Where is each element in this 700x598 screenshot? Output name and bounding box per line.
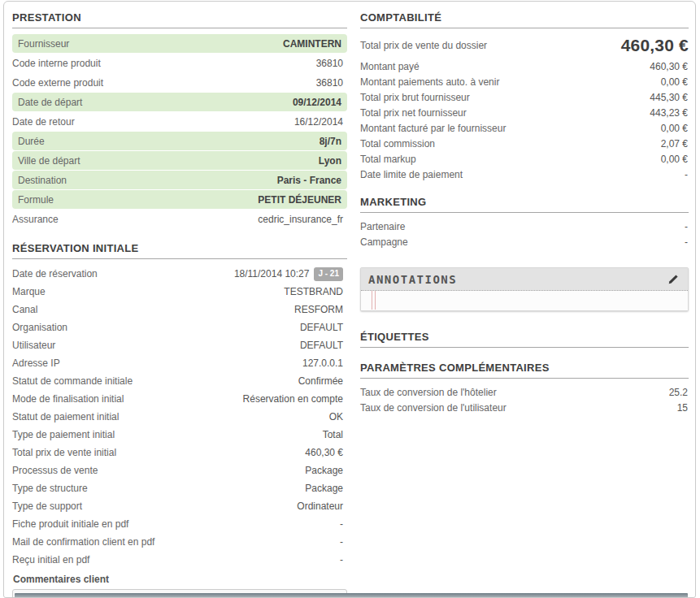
field-label: Ville de départ: [18, 155, 80, 167]
field-row: Type de support Ordinateur: [12, 497, 347, 515]
field-label: Taux de conversion de l'utilisateur: [360, 402, 507, 414]
bottom-panel-edge: [15, 593, 688, 597]
field-row: Ville de départ Lyon: [12, 151, 347, 170]
field-row: Date de départ 09/12/2014: [12, 93, 347, 111]
field-value: 25.2: [669, 387, 688, 398]
marketing-title: MARKETING: [360, 196, 689, 213]
etiquettes-title: ÉTIQUETTES: [360, 331, 689, 348]
field-value: Package: [305, 465, 343, 476]
field-value: DEFAULT: [300, 340, 343, 351]
two-column-layout: PRESTATION Fournisseur CAMINTERN Code in…: [4, 2, 695, 598]
field-row: Partenaire -: [360, 219, 689, 234]
total-sale-label: Total prix de vente du dossier: [360, 40, 487, 51]
field-row: Montant payé 460,30 €: [360, 58, 689, 74]
annotations-edit-button[interactable]: [666, 272, 680, 287]
field-value-text: DEFAULT: [300, 340, 343, 351]
pencil-icon: [667, 275, 679, 288]
field-label: Montant facturé par le fournisseur: [360, 123, 506, 134]
field-label: Date de réservation: [12, 268, 98, 280]
field-label: Mode de finalisation initial: [12, 393, 124, 405]
field-label: Mail de confirmation client en pdf: [12, 536, 154, 548]
field-label: Canal: [12, 304, 37, 315]
field-value: PETIT DÉJEUNER: [258, 194, 341, 206]
field-value: Lyon: [319, 155, 341, 167]
field-row: Date limite de paiement -: [360, 167, 689, 182]
field-row: Adresse IP 127.0.0.1: [12, 354, 347, 372]
field-label: Adresse IP: [12, 358, 60, 369]
parametres-title: PARAMÈTRES COMPLÉMENTAIRES: [360, 362, 689, 379]
field-value: -: [685, 236, 688, 248]
total-sale-row: Total prix de vente du dossier 460,30 €: [360, 34, 689, 57]
annotations-content[interactable]: [361, 291, 688, 310]
field-row: Total prix de vente initial 460,30 €: [12, 444, 347, 462]
field-row: Total prix net fournisseur 443,23 €: [360, 105, 689, 120]
field-row: Type de structure Package: [12, 479, 347, 497]
field-label: Reçu initial en pdf: [12, 554, 89, 566]
field-value-text: Package: [305, 483, 343, 494]
field-row: Assurance cedric_insurance_fr: [12, 210, 347, 228]
field-value: 36810: [316, 58, 343, 69]
field-label: Assurance: [12, 214, 59, 225]
field-value: Paris - France: [277, 175, 341, 186]
field-row: Reçu initial en pdf -: [12, 551, 347, 569]
field-value: 09/12/2014: [293, 97, 341, 108]
field-label: Total prix brut fournisseur: [360, 92, 470, 103]
field-value: RESFORM: [294, 304, 343, 315]
field-value-text: RESFORM: [294, 304, 343, 315]
field-row: Mail de confirmation client en pdf -: [12, 533, 347, 551]
field-row: Code interne produit 36810: [12, 54, 347, 72]
field-row: Montant paiements auto. à venir 0,00 €: [360, 74, 689, 89]
field-label: Total commission: [360, 138, 435, 150]
field-value-text: TESTBRAND: [284, 286, 343, 297]
annotations-header: ANNOTATIONS: [361, 268, 688, 291]
field-value-text: -: [340, 536, 343, 548]
field-row: Montant facturé par le fournisseur 0,00 …: [360, 120, 689, 136]
field-row: Campagne -: [360, 234, 689, 249]
field-value-text: Ordinateur: [297, 500, 343, 512]
field-value: CAMINTERN: [283, 38, 341, 50]
field-label: Type de structure: [12, 483, 88, 494]
field-label: Type de paiement initial: [12, 429, 115, 440]
field-value: Total: [323, 429, 343, 440]
field-label: Statut de commande initiale: [12, 375, 133, 387]
field-label: Taux de conversion de l'hôtelier: [360, 387, 497, 398]
field-label: Date de départ: [18, 97, 82, 108]
field-value-text: Réservation en compte: [243, 393, 343, 405]
field-label: Total prix net fournisseur: [360, 107, 467, 119]
field-label: Processus de vente: [12, 465, 98, 476]
field-row: Statut de paiement initial OK: [12, 408, 347, 426]
field-row: Taux de conversion de l'utilisateur 15: [360, 400, 689, 415]
field-label: Total markup: [360, 154, 416, 165]
field-label: Marque: [12, 286, 46, 297]
field-row: Utilisateur DEFAULT: [12, 336, 347, 354]
field-value-text: 127.0.0.1: [302, 358, 343, 369]
field-label: Fournisseur: [18, 38, 69, 50]
field-value: 0,00 €: [661, 154, 688, 165]
prestation-title: PRESTATION: [12, 11, 347, 28]
field-row: Fiche produit initiale en pdf -: [12, 515, 347, 533]
field-row: Taux de conversion de l'hôtelier 25.2: [360, 384, 689, 400]
marketing-rows: Partenaire - Campagne -: [360, 219, 689, 249]
field-row: Destination Paris - France: [12, 171, 347, 189]
field-label: Utilisateur: [12, 340, 55, 351]
field-row: Marque TESTBRAND: [12, 283, 347, 301]
field-row: Fournisseur CAMINTERN: [12, 34, 347, 53]
field-value: 0,00 €: [661, 123, 688, 134]
client-comments-label: Commentaires client: [13, 574, 347, 585]
field-value: Ordinateur: [297, 500, 343, 512]
field-value: 18/11/2014 10:27J - 21: [234, 267, 343, 281]
field-row: Date de retour 16/12/2014: [12, 112, 347, 131]
reservation-title: RÉSERVATION INITIALE: [12, 242, 347, 259]
field-row: Formule PETIT DÉJEUNER: [12, 190, 347, 209]
field-value-text: DEFAULT: [300, 322, 343, 333]
field-value: -: [340, 554, 343, 566]
field-row: Durée 8j/7n: [12, 132, 347, 150]
field-row: Organisation DEFAULT: [12, 318, 347, 336]
field-value-text: Package: [305, 465, 343, 476]
field-value: 445,30 €: [650, 92, 688, 103]
prestation-rows: Fournisseur CAMINTERN Code interne produ…: [12, 34, 347, 228]
reservation-rows: Date de réservation 18/11/2014 10:27J - …: [12, 265, 347, 569]
field-value: 0,00 €: [661, 76, 688, 88]
field-value: 460,30 €: [305, 447, 343, 458]
field-value: DEFAULT: [300, 322, 343, 333]
